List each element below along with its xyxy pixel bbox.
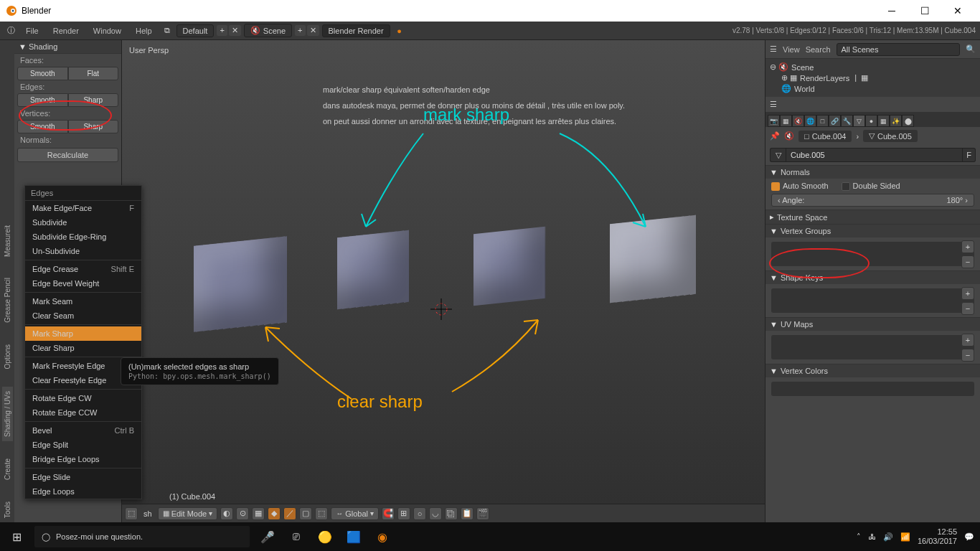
tab-world[interactable]: 🌐 <box>804 115 816 127</box>
menu-item-subdivide[interactable]: Subdivide <box>25 215 141 230</box>
sk-rem-button[interactable]: − <box>961 302 974 315</box>
blender-task-icon[interactable]: ◉ <box>372 526 393 547</box>
double-sided-checkbox[interactable]: Double Sided <box>842 182 900 191</box>
close-button[interactable]: ✕ <box>941 0 974 22</box>
uv-maps-header[interactable]: ▼ UV Maps <box>765 318 980 331</box>
start-button[interactable]: ⊞ <box>6 526 27 547</box>
angle-slider[interactable]: ‹ Angle: 180° › <box>771 194 974 207</box>
uv-rem-button[interactable]: − <box>961 349 974 362</box>
menu-item-subdivide-edge-ring[interactable]: Subdivide Edge-Ring <box>25 230 141 244</box>
discord-icon[interactable]: 🟦 <box>343 526 364 547</box>
layer-icon[interactable]: ▦ <box>252 507 265 520</box>
vtab-create[interactable]: Create <box>2 454 13 484</box>
tray-up-icon[interactable]: ˄ <box>857 532 861 542</box>
menu-item-un-subdivide[interactable]: Un-Subdivide <box>25 244 141 258</box>
normals-panel-header[interactable]: ▼ Normals <box>765 166 980 179</box>
tray-date[interactable]: 16/03/2017 <box>918 537 957 546</box>
search-icon[interactable]: 🔍 <box>966 44 976 54</box>
limit-sel-icon[interactable]: ⬚ <box>315 507 328 520</box>
uv-add-button[interactable]: + <box>961 334 974 347</box>
outliner-search[interactable]: Search <box>806 45 831 54</box>
tab-render[interactable]: 📷 <box>768 115 780 127</box>
pivot-icon[interactable]: ⊙ <box>236 507 249 520</box>
taskview-icon[interactable]: ⎚ <box>286 526 307 547</box>
menu-render[interactable]: Render <box>47 24 85 37</box>
verts-sharp-button[interactable]: Sharp <box>68 120 119 133</box>
minimize-button[interactable]: ─ <box>875 0 908 22</box>
mesh-datablock-icon[interactable]: ▽ <box>770 148 786 162</box>
vtab-grease-pencil[interactable]: Grease Pencil <box>2 273 13 327</box>
editor-type-icon[interactable]: ⬚ <box>125 507 138 520</box>
blender-icon[interactable]: ⓘ <box>4 25 17 36</box>
shading-panel-header[interactable]: ▼ Shading <box>14 40 121 54</box>
menu-item-mark-sharp[interactable]: Mark Sharp <box>25 326 141 341</box>
menu-item-edge-split[interactable]: Edge Split <box>25 438 141 452</box>
screen-layout-dropdown[interactable]: Default <box>176 24 215 37</box>
menu-file[interactable]: File <box>20 24 44 37</box>
edges-smooth-button[interactable]: Smooth <box>17 93 68 107</box>
shape-keys-list[interactable] <box>771 288 974 313</box>
mesh-name-input[interactable] <box>786 148 963 162</box>
auto-smooth-checkbox[interactable]: Auto Smooth <box>771 182 829 191</box>
faces-smooth-button[interactable]: Smooth <box>17 67 68 80</box>
texture-space-header[interactable]: ▸ Texture Space <box>765 210 980 224</box>
vg-rem-button[interactable]: − <box>961 255 974 268</box>
cortana-search[interactable]: ◯ Posez-moi une question. <box>34 526 250 547</box>
menu-item-edge-slide[interactable]: Edge Slide <box>25 470 141 484</box>
vertex-groups-list[interactable] <box>771 242 974 266</box>
crumb-mesh[interactable]: ▽ Cube.005 <box>863 130 918 142</box>
verts-smooth-button[interactable]: Smooth <box>17 120 68 133</box>
outliner-view[interactable]: View <box>783 45 800 54</box>
tab-material[interactable]: ● <box>865 115 877 127</box>
outliner-tree[interactable]: ⊖ 🔇 Scene ⊕ ▦ RenderLayers | ▦ 🌐 World <box>765 59 980 97</box>
render-engine-dropdown[interactable]: Blender Render <box>322 24 390 37</box>
menu-item-bevel[interactable]: BevelCtrl B <box>25 423 141 438</box>
vtab-shading-uvs[interactable]: Shading / UVs <box>2 387 13 441</box>
recalculate-button[interactable]: Recalculate <box>17 148 118 162</box>
tab-renderlayers[interactable]: ▦ <box>780 115 792 127</box>
view-menu[interactable]: sh <box>141 509 155 518</box>
scene-dropdown[interactable]: 🔇 Scene <box>244 24 292 37</box>
tray-time[interactable]: 12:55 <box>918 527 957 537</box>
render-icon[interactable]: 🎬 <box>476 507 489 520</box>
tab-physics[interactable]: ⬤ <box>902 115 914 127</box>
vertex-groups-header[interactable]: ▼ Vertex Groups <box>765 225 980 237</box>
menu-item-mark-seam[interactable]: Mark Seam <box>25 294 141 309</box>
scene-del-button[interactable]: ✕ <box>307 25 319 36</box>
edges-sharp-button[interactable]: Sharp <box>68 93 119 107</box>
snap-icon[interactable]: 🧲 <box>382 507 395 520</box>
menu-item-edge-crease[interactable]: Edge CreaseShift E <box>25 262 141 276</box>
faces-flat-button[interactable]: Flat <box>68 67 119 80</box>
tab-modifiers[interactable]: 🔧 <box>841 115 853 127</box>
copy-icon[interactable]: ⿻ <box>445 507 458 520</box>
menu-item-edge-loops[interactable]: Edge Loops <box>25 484 141 499</box>
vert-select-icon[interactable]: ◆ <box>268 507 281 520</box>
uv-maps-list[interactable] <box>771 335 974 359</box>
tray-notifications-icon[interactable]: 💬 <box>964 532 974 542</box>
layout-add-button[interactable]: + <box>217 25 227 36</box>
layout-del-button[interactable]: ✕ <box>229 25 241 36</box>
scene-add-button[interactable]: + <box>295 25 305 36</box>
menu-item-clear-sharp[interactable]: Clear Sharp <box>25 341 141 355</box>
menu-item-make-edge-face[interactable]: Make Edge/FaceF <box>25 201 141 215</box>
vtab-options[interactable]: Options <box>2 340 13 373</box>
tray-volume-icon[interactable]: 🔊 <box>883 532 893 542</box>
orientation-dropdown[interactable]: ↔ Global ▾ <box>331 507 379 520</box>
face-select-icon[interactable]: ▢ <box>299 507 312 520</box>
tab-particles[interactable]: ✨ <box>890 115 902 127</box>
tray-wifi-icon[interactable]: 📶 <box>900 532 910 542</box>
vertex-colors-header[interactable]: ▼ Vertex Colors <box>765 364 980 377</box>
edge-select-icon[interactable]: ／ <box>283 507 296 520</box>
menu-item-edge-bevel-weight[interactable]: Edge Bevel Weight <box>25 276 141 291</box>
crumb-object[interactable]: □ Cube.004 <box>798 131 852 142</box>
vtab-measureit[interactable]: Measureit <box>2 221 13 261</box>
paste-icon[interactable]: 📋 <box>461 507 473 520</box>
vertex-colors-list[interactable] <box>771 382 974 396</box>
mic-icon[interactable]: 🎤 <box>257 526 278 547</box>
tab-constraints[interactable]: 🔗 <box>829 115 841 127</box>
tab-texture[interactable]: ▦ <box>877 115 890 127</box>
3d-viewport[interactable]: User Persp mark/clear sharp équivalent s… <box>122 40 765 522</box>
tab-scene[interactable]: 🔇 <box>792 115 804 127</box>
snap-target-icon[interactable]: ⊞ <box>397 507 410 520</box>
menu-item-rotate-edge-cw[interactable]: Rotate Edge CW <box>25 391 141 405</box>
